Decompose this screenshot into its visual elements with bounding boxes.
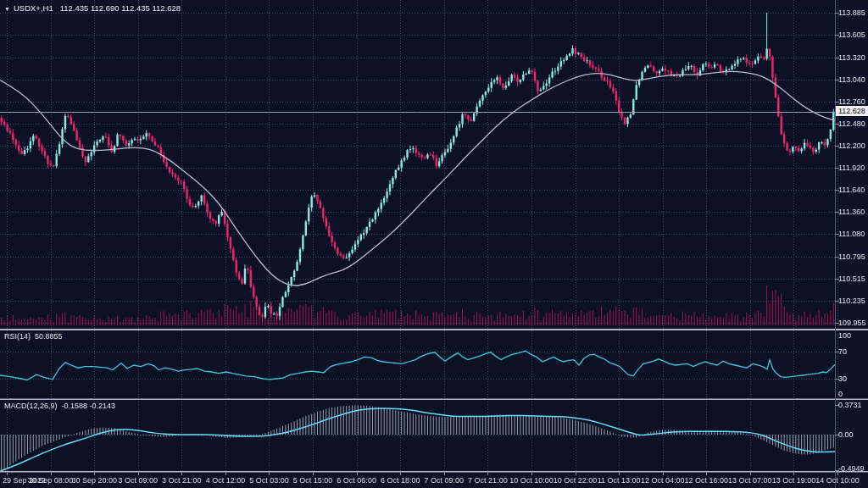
macd-axis-label: 0.00 [838, 430, 854, 440]
price-axis-label: 111.080 [838, 230, 865, 239]
price-axis-label: 113.320 [838, 53, 865, 63]
rsi-value: 50.8855 [35, 332, 63, 341]
price-axis-label: 110.795 [838, 252, 865, 262]
price-axis-label: 111.640 [838, 186, 865, 195]
ohlc-quote: 112.435 112.690 112.435 112.628 [60, 3, 181, 13]
price-axis-label: 109.955 [838, 319, 866, 328]
macd-label: MACD(12,26,9) [4, 402, 58, 410]
rsi-indicator-label: RSI(14)50.8855 [4, 332, 63, 341]
macd-axis-label: 0.3731 [838, 401, 862, 410]
rsi-axis-label: 100 [838, 331, 851, 341]
rsi-axis-label: 30 [838, 374, 847, 384]
chart-canvas[interactable] [0, 0, 868, 488]
macd-values: -0.1588 -0.2143 [62, 402, 116, 410]
current-price-badge: 112.628 [836, 106, 868, 116]
price-axis-label: 113.040 [838, 75, 865, 85]
price-axis-label: 112.480 [838, 119, 865, 129]
price-axis-label: 112.200 [838, 141, 865, 151]
price-axis-label: 113.885 [838, 8, 865, 18]
symbol-dropdown-icon[interactable]: ▼ [4, 6, 10, 12]
rsi-axis-label: 70 [838, 347, 847, 357]
price-axis-label: 112.760 [838, 97, 865, 107]
price-axis-label: 111.920 [838, 164, 865, 173]
macd-axis-label: -0.4949 [838, 464, 865, 474]
trading-chart-window: ▼USDX+,H1112.435 112.690 112.435 112.628… [0, 0, 868, 488]
price-axis-label: 111.360 [838, 208, 865, 217]
rsi-axis-label: 0 [838, 390, 843, 399]
macd-indicator-label: MACD(12,26,9)-0.1588 -0.2143 [4, 402, 115, 410]
symbol-timeframe[interactable]: USDX+,H1 [14, 3, 53, 13]
time-axis-label: 14 Oct 10:00 [804, 476, 868, 485]
rsi-label: RSI(14) [4, 332, 31, 341]
price-axis-label: 110.235 [838, 297, 865, 306]
price-axis-label: 113.605 [838, 30, 865, 40]
price-axis-label: 110.515 [838, 274, 865, 284]
chart-title-bar[interactable]: ▼USDX+,H1112.435 112.690 112.435 112.628 [4, 3, 181, 13]
